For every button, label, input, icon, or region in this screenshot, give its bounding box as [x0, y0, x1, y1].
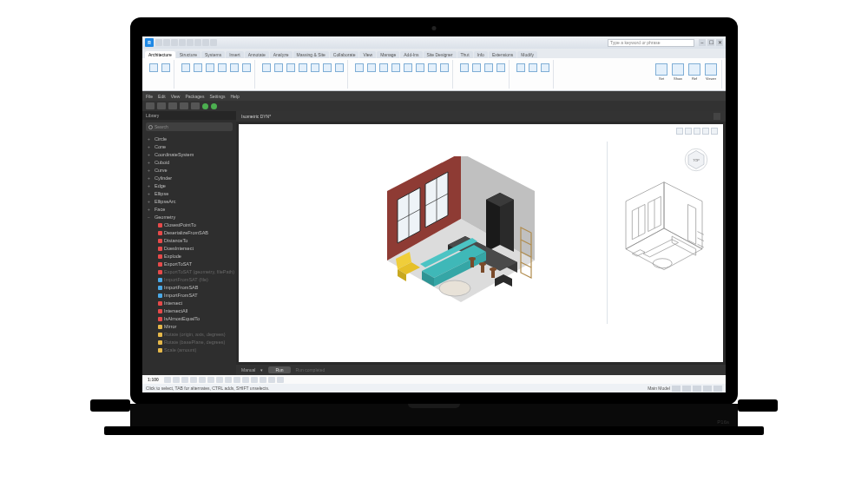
tree-item[interactable]: ImportFromSAT — [148, 292, 236, 300]
tool-button[interactable] — [146, 102, 155, 109]
menu-item[interactable]: File — [146, 94, 153, 99]
tree-item[interactable]: Rotate (origin, axis, degrees) — [148, 331, 236, 339]
menu-item[interactable]: Edit — [158, 94, 166, 99]
ribbon-tab[interactable]: Analyze — [270, 51, 293, 58]
tree-item[interactable]: Face — [148, 206, 236, 214]
run-mode[interactable]: Manual — [241, 367, 255, 373]
dropdown-icon[interactable] — [711, 128, 718, 135]
ribbon-button[interactable] — [334, 63, 345, 86]
ribbon-button[interactable] — [415, 63, 425, 86]
ribbon-button[interactable]: Set — [654, 63, 669, 86]
ribbon-tab[interactable]: View — [359, 51, 376, 58]
tree-item[interactable]: DistanceTo — [148, 237, 236, 245]
tree-item[interactable]: Cuboid — [148, 159, 236, 167]
ribbon-button[interactable] — [181, 63, 191, 86]
ribbon-button[interactable] — [516, 63, 526, 86]
ribbon-tab[interactable]: Collaborate — [330, 51, 359, 58]
ribbon-button[interactable] — [540, 63, 550, 86]
run-button[interactable]: Run — [268, 366, 290, 373]
tool-button[interactable] — [157, 102, 166, 109]
viewport[interactable]: TOP — [239, 124, 723, 362]
tree-item[interactable]: Explode — [148, 253, 236, 260]
tool-button[interactable] — [168, 102, 177, 109]
ribbon-button[interactable] — [496, 63, 506, 86]
ribbon-tab[interactable]: Thut — [457, 51, 473, 58]
ribbon-tab[interactable]: Annotate — [245, 51, 269, 58]
ribbon-button[interactable] — [354, 63, 365, 86]
tree-item[interactable]: ClosestPointTo — [148, 221, 236, 229]
ribbon-button[interactable] — [459, 63, 470, 86]
tree-item[interactable]: ExportToSAT — [148, 260, 236, 268]
ribbon-tab[interactable]: Systems — [201, 51, 225, 58]
ribbon-tab[interactable]: Massing & Site — [293, 51, 329, 58]
tree-item[interactable]: ImportFromSAB — [148, 284, 236, 292]
minimize-button[interactable]: − — [699, 39, 706, 46]
ribbon-button[interactable] — [148, 63, 159, 86]
status-button[interactable] — [703, 386, 712, 392]
canvas-tab[interactable]: Isometric DYN* — [236, 111, 726, 122]
maximize-button[interactable]: ☐ — [707, 39, 714, 46]
ribbon-button[interactable] — [217, 63, 227, 86]
menu-item[interactable]: Settings — [209, 94, 225, 99]
ribbon-button[interactable] — [483, 63, 494, 86]
tree-item[interactable]: EllipseArc — [148, 198, 236, 206]
ribbon-button[interactable] — [298, 63, 308, 86]
status-button[interactable] — [693, 386, 701, 392]
tree-item[interactable]: Cone — [148, 143, 236, 151]
canvas-tab-close-icon[interactable] — [713, 113, 720, 120]
tree-item[interactable]: Mirror — [148, 323, 236, 331]
ribbon-tabs[interactable]: ArchitectureStructureSystemsInsertAnnota… — [142, 49, 726, 58]
ribbon-button[interactable] — [205, 63, 215, 86]
menu-item[interactable]: View — [171, 94, 181, 99]
tree-item[interactable]: DoesIntersect — [148, 245, 236, 253]
quick-access-toolbar[interactable] — [155, 39, 217, 46]
tool-button[interactable] — [180, 102, 188, 109]
ribbon-tab[interactable]: Modify — [517, 51, 537, 58]
menu-item[interactable]: Packages — [185, 94, 204, 99]
ribbon-button[interactable] — [286, 63, 296, 86]
ribbon-button[interactable] — [241, 63, 252, 86]
ribbon-tab[interactable]: Info — [474, 51, 488, 58]
ribbon-button[interactable] — [528, 63, 538, 86]
library-tree[interactable]: CircleConeCoordinateSystemCuboidCurveCyl… — [142, 134, 236, 375]
tree-item[interactable]: Intersect — [148, 300, 236, 307]
tree-item[interactable]: Cylinder — [148, 175, 236, 182]
view-scale[interactable]: 1:100 — [148, 377, 159, 382]
ribbon-tab[interactable]: Architecture — [145, 51, 175, 58]
tree-item[interactable]: Curve — [148, 167, 236, 175]
status-button[interactable] — [672, 386, 681, 392]
ribbon-tab[interactable]: Site Designer — [424, 51, 457, 58]
status-button[interactable] — [682, 386, 691, 392]
ribbon-button[interactable]: Ref — [687, 63, 702, 86]
ribbon-tab[interactable]: Add-Ins — [400, 51, 422, 58]
window-controls[interactable]: − ☐ ✕ — [699, 39, 723, 46]
ribbon-button[interactable] — [261, 63, 272, 86]
tree-item[interactable]: IntersectAll — [148, 307, 236, 315]
dynamo-toolbar[interactable] — [142, 101, 726, 111]
ribbon-button[interactable] — [427, 63, 437, 86]
ribbon-button[interactable] — [193, 63, 203, 86]
viewcube[interactable]: TOP — [683, 147, 709, 173]
help-search-input[interactable]: Type a keyword or phrase — [608, 39, 694, 47]
zoom-extents-icon[interactable] — [685, 128, 692, 135]
ribbon-button[interactable] — [378, 63, 389, 86]
model-label[interactable]: Main Model — [648, 386, 670, 391]
ribbon-button[interactable] — [229, 63, 240, 86]
ribbon-button[interactable] — [471, 63, 482, 86]
library-search-input[interactable]: Search — [146, 122, 233, 131]
view-control-bar[interactable]: 1:100 — [142, 375, 726, 384]
ribbon-button[interactable] — [310, 63, 320, 86]
ribbon-tab[interactable]: Insert — [226, 51, 244, 58]
viewport-toolbar[interactable] — [676, 128, 718, 135]
tree-item[interactable]: CoordinateSystem — [148, 151, 236, 159]
orbit-icon[interactable] — [694, 128, 700, 135]
tree-item[interactable]: IsAlmostEqualTo — [148, 315, 236, 323]
ribbon-button[interactable] — [391, 63, 401, 86]
tree-item[interactable]: Rotate (basePlane, degrees) — [148, 339, 236, 346]
tree-item[interactable]: ImportFromSAT (file) — [148, 276, 236, 284]
ribbon-button[interactable] — [273, 63, 284, 86]
viewcube-face[interactable]: TOP — [693, 159, 700, 162]
tree-item[interactable]: Ellipse — [148, 190, 236, 198]
ribbon-tab[interactable]: Structure — [176, 51, 201, 58]
ribbon-tab[interactable]: Manage — [377, 51, 399, 58]
